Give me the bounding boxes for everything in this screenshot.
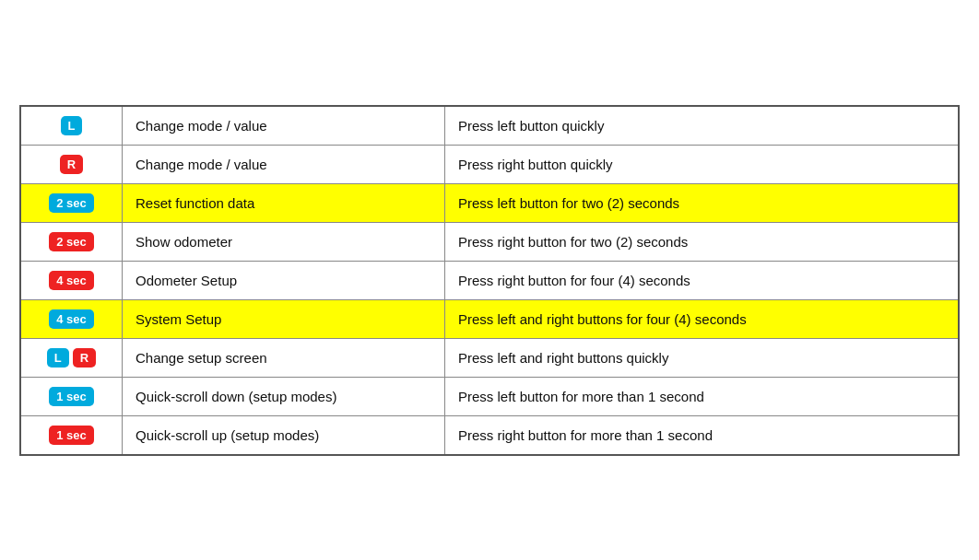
- action-cell-4: Show odometer: [123, 223, 445, 261]
- icon-cell-7: LR: [21, 339, 123, 377]
- badge-r: R: [73, 348, 96, 368]
- icon-cell-8: 1 sec: [21, 378, 123, 415]
- shortcut-table: LChange mode / valuePress left button qu…: [19, 105, 960, 456]
- badge-2-sec: 2 sec: [49, 232, 94, 251]
- icon-cell-5: 4 sec: [21, 262, 123, 299]
- description-cell-7: Press left and right buttons quickly: [445, 339, 958, 377]
- action-cell-2: Change mode / value: [123, 146, 445, 183]
- action-cell-7: Change setup screen: [123, 339, 445, 377]
- action-cell-9: Quick-scroll up (setup modes): [123, 416, 445, 454]
- action-cell-6: System Setup: [123, 300, 445, 338]
- badge-1-sec: 1 sec: [49, 426, 94, 445]
- icon-cell-4: 2 sec: [21, 223, 123, 261]
- badge-r: R: [60, 155, 83, 174]
- table-row-8: 1 secQuick-scroll down (setup modes)Pres…: [21, 378, 958, 416]
- description-cell-5: Press right button for four (4) seconds: [445, 262, 958, 299]
- table-row-7: LRChange setup screenPress left and righ…: [21, 339, 958, 378]
- badge-4-sec: 4 sec: [49, 271, 94, 290]
- table-row-1: LChange mode / valuePress left button qu…: [21, 107, 958, 146]
- badge-l: L: [47, 348, 69, 368]
- action-cell-5: Odometer Setup: [123, 262, 445, 299]
- action-cell-3: Reset function data: [123, 184, 445, 222]
- icon-cell-9: 1 sec: [21, 416, 123, 454]
- icon-cell-6: 4 sec: [21, 300, 123, 338]
- icon-cell-2: R: [21, 146, 123, 183]
- icon-cell-1: L: [21, 107, 123, 145]
- description-cell-1: Press left button quickly: [445, 107, 958, 145]
- table-row-9: 1 secQuick-scroll up (setup modes)Press …: [21, 416, 958, 454]
- description-cell-8: Press left button for more than 1 second: [445, 378, 958, 415]
- badge-2-sec: 2 sec: [49, 193, 94, 213]
- table-row-5: 4 secOdometer SetupPress right button fo…: [21, 262, 958, 300]
- table-row-4: 2 secShow odometerPress right button for…: [21, 223, 958, 262]
- description-cell-6: Press left and right buttons for four (4…: [445, 300, 958, 338]
- table-row-6: 4 secSystem SetupPress left and right bu…: [21, 300, 958, 339]
- badge-1-sec: 1 sec: [49, 387, 94, 406]
- table-row-3: 2 secReset function dataPress left butto…: [21, 184, 958, 223]
- description-cell-3: Press left button for two (2) seconds: [445, 184, 958, 222]
- badge-4-sec: 4 sec: [49, 309, 94, 329]
- badge-l: L: [61, 116, 83, 135]
- icon-cell-3: 2 sec: [21, 184, 123, 222]
- description-cell-4: Press right button for two (2) seconds: [445, 223, 958, 261]
- action-cell-1: Change mode / value: [123, 107, 445, 145]
- action-cell-8: Quick-scroll down (setup modes): [123, 378, 445, 415]
- table-row-2: RChange mode / valuePress right button q…: [21, 146, 958, 184]
- description-cell-2: Press right button quickly: [445, 146, 958, 183]
- description-cell-9: Press right button for more than 1 secon…: [445, 416, 958, 454]
